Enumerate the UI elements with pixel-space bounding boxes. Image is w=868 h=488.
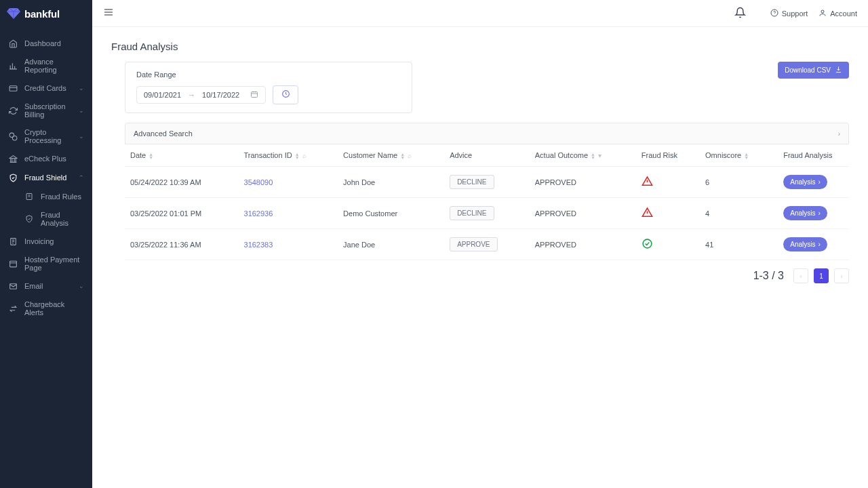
diamond-icon	[7, 8, 20, 19]
credit-card-icon	[8, 83, 18, 93]
advanced-search-toggle[interactable]: Advanced Search ›	[125, 123, 849, 144]
date-range-picker[interactable]: 09/01/2021 → 10/17/2022	[136, 86, 266, 104]
warning-icon	[642, 176, 653, 187]
download-icon	[835, 66, 842, 75]
cell-omniscore: 4	[700, 198, 778, 229]
cell-name: John Doe	[338, 167, 444, 198]
warning-icon	[642, 207, 653, 218]
transaction-link[interactable]: 3548090	[244, 178, 273, 186]
chevron-down-icon: ⌄	[79, 133, 84, 140]
topbar: Support Account	[92, 0, 868, 27]
page-prev-button[interactable]: ‹	[793, 268, 808, 283]
sidebar: bankful Dashboard Advance Reporting Cred…	[0, 0, 92, 488]
analysis-button[interactable]: Analysis ›	[783, 206, 827, 220]
account-link[interactable]: Account	[818, 9, 857, 18]
sidebar-item-hosted-payment-page[interactable]: Hosted Payment Page	[0, 251, 92, 277]
sort-icon: ▲▼	[149, 152, 153, 159]
page-next-button[interactable]: ›	[834, 268, 849, 283]
refresh-button[interactable]	[273, 85, 298, 104]
bank-icon	[8, 154, 18, 163]
svg-rect-0	[9, 85, 17, 91]
sidebar-item-fraud-rules[interactable]: Fraud Rules	[16, 187, 92, 206]
date-range-label: Date Range	[136, 70, 401, 79]
page-title: Fraud Analysis	[111, 41, 849, 52]
cell-name: Demo Customer	[338, 198, 444, 229]
download-csv-button[interactable]: Download CSV	[778, 62, 849, 79]
chevron-right-icon: ›	[818, 209, 820, 217]
sidebar-item-fraud-analysis[interactable]: Fraud Analysis	[16, 206, 92, 232]
svg-point-8	[821, 10, 824, 13]
cell-outcome: APPROVED	[530, 167, 636, 198]
sort-icon: ▲▼	[295, 152, 300, 159]
home-icon	[8, 39, 18, 48]
chevron-down-icon: ⌄	[79, 107, 84, 114]
analysis-button[interactable]: Analysis ›	[783, 237, 827, 251]
brand-text: bankful	[24, 8, 60, 20]
svg-point-11	[643, 239, 652, 248]
sort-icon: ▲▼	[744, 152, 749, 159]
sidebar-item-fraud-shield[interactable]: Fraud Shield ⌃	[0, 168, 92, 187]
page-count: 1-3 / 3	[753, 270, 784, 282]
cell-outcome: APPROVED	[530, 198, 636, 229]
menu-toggle-icon[interactable]	[103, 7, 114, 20]
rules-icon	[24, 192, 34, 201]
col-date[interactable]: Date▲▼	[125, 144, 239, 167]
col-transaction-id[interactable]: Transaction ID▲▼⌕	[239, 144, 338, 167]
sort-icon: ▲▼	[591, 152, 595, 159]
table-row: 03/25/2022 11:36 AM3162383Jane DoeAPPROV…	[125, 229, 849, 260]
clock-icon	[281, 89, 290, 100]
brand-logo[interactable]: bankful	[0, 0, 92, 27]
advice-badge: DECLINE	[450, 206, 494, 220]
analysis-button[interactable]: Analysis ›	[783, 175, 827, 189]
cell-date: 05/24/2022 10:39 AM	[125, 167, 239, 198]
crypto-icon	[8, 131, 18, 141]
search-icon[interactable]: ⌕	[302, 152, 307, 159]
sidebar-item-chargeback-alerts[interactable]: Chargeback Alerts	[0, 296, 92, 321]
sidebar-item-echeck-plus[interactable]: eCheck Plus	[0, 149, 92, 168]
page-number-button[interactable]: 1	[814, 268, 829, 283]
sidebar-item-email[interactable]: Email ⌄	[0, 277, 92, 296]
col-fraud-risk: Fraud Risk	[636, 144, 700, 167]
calendar-icon	[250, 90, 258, 100]
bell-icon[interactable]	[734, 7, 746, 20]
col-actual-outcome[interactable]: Actual Outcome▲▼▾	[530, 144, 636, 167]
pagination: 1-3 / 3 ‹ 1 ›	[111, 268, 849, 283]
cell-omniscore: 6	[700, 167, 778, 198]
cell-date: 03/25/2022 01:01 PM	[125, 198, 239, 229]
fraud-table: Date▲▼ Transaction ID▲▼⌕ Customer Name▲▼…	[125, 144, 849, 260]
sidebar-item-subscription-billing[interactable]: Subscription Billing ⌄	[0, 98, 92, 123]
chevron-down-icon: ⌄	[79, 85, 84, 92]
sidebar-item-credit-cards[interactable]: Credit Cards ⌄	[0, 79, 92, 98]
support-link[interactable]: Support	[770, 9, 808, 18]
nav: Dashboard Advance Reporting Credit Cards…	[0, 27, 92, 328]
filter-icon[interactable]: ▾	[598, 152, 601, 159]
date-to-value: 10/17/2022	[202, 91, 239, 99]
chevron-right-icon: ›	[838, 130, 840, 138]
col-customer-name[interactable]: Customer Name▲▼⌕	[338, 144, 444, 167]
cell-name: Jane Doe	[338, 229, 444, 260]
transaction-link[interactable]: 3162936	[244, 209, 273, 218]
transaction-link[interactable]: 3162383	[244, 241, 273, 249]
chevron-right-icon: ›	[818, 178, 820, 186]
bar-chart-icon	[8, 61, 18, 70]
cell-date: 03/25/2022 11:36 AM	[125, 229, 239, 260]
search-icon[interactable]: ⌕	[408, 152, 412, 159]
advice-badge: DECLINE	[450, 175, 494, 189]
user-icon	[818, 9, 827, 18]
table-row: 05/24/2022 10:39 AM3548090John DoeDECLIN…	[125, 167, 849, 198]
svg-point-2	[12, 136, 17, 140]
arrow-right-icon: →	[188, 91, 195, 99]
sidebar-item-dashboard[interactable]: Dashboard	[0, 34, 92, 53]
main: Support Account Fraud Analysis Date Rang…	[92, 0, 868, 488]
col-omniscore[interactable]: Omniscore▲▼	[700, 144, 778, 167]
svg-rect-9	[252, 92, 258, 98]
shield-icon	[8, 173, 18, 182]
sidebar-item-advance-reporting[interactable]: Advance Reporting	[0, 53, 92, 79]
mail-icon	[8, 281, 18, 291]
cell-outcome: APPROVED	[530, 229, 636, 260]
sidebar-item-invoicing[interactable]: Invoicing	[0, 232, 92, 251]
date-range-card: Date Range 09/01/2021 → 10/17/2022	[125, 62, 412, 113]
chevron-down-icon: ⌄	[79, 283, 84, 289]
help-icon	[770, 9, 778, 18]
sidebar-item-crypto-processing[interactable]: Crypto Processing ⌄	[0, 123, 92, 149]
